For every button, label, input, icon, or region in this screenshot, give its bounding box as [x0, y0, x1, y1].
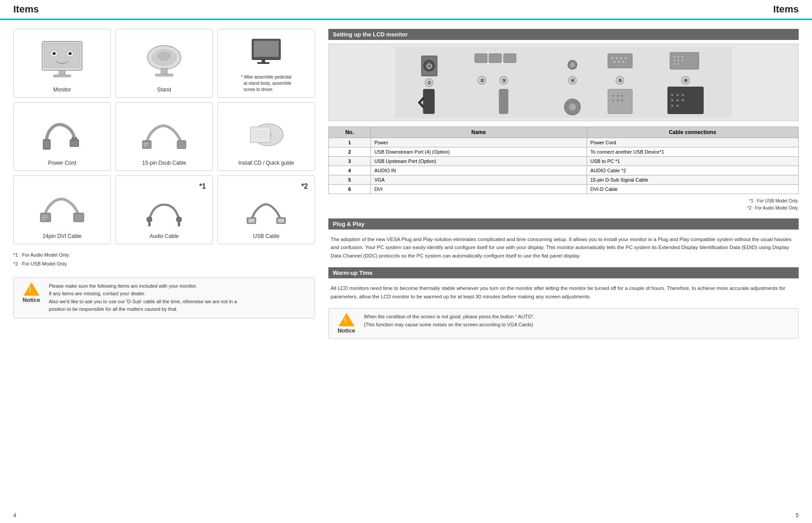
monitor-image	[18, 36, 106, 83]
svg-point-83	[682, 56, 683, 58]
svg-point-109	[671, 104, 674, 107]
items-grid: Monitor Stand	[13, 29, 315, 244]
table-header-cable: Cable connections	[587, 127, 799, 138]
item-driver-cd: * After assemble pedestal at stand body,…	[217, 29, 315, 98]
audio-cable-image	[120, 190, 208, 230]
table-cell-no: 2	[329, 147, 371, 157]
table-cell-name: AUDIO IN	[371, 166, 587, 175]
driver-cd-svg	[242, 37, 291, 73]
table-cell-name: USB Upstream Port (Option)	[371, 157, 587, 166]
table-cell-cable: 15-pin D-Sub Signal Cable	[587, 175, 799, 185]
table-cell-no: 3	[329, 157, 371, 166]
svg-rect-19	[71, 137, 74, 141]
svg-rect-52	[278, 218, 284, 222]
install-cd-svg	[242, 115, 291, 151]
svg-point-45	[147, 217, 152, 222]
svg-point-42	[46, 217, 47, 218]
dvi-svg	[38, 188, 87, 224]
warmup-body: All LCD monitors need time to become the…	[328, 282, 799, 303]
svg-rect-95	[608, 89, 632, 114]
svg-point-37	[42, 215, 43, 217]
svg-point-108	[682, 99, 684, 101]
page-header: Items Items	[0, 0, 812, 20]
item-dsub-cable: 15-pin Dsub Cable	[115, 102, 213, 171]
svg-rect-46	[148, 222, 150, 226]
audio-badge: *1	[120, 182, 208, 190]
page-number-right: 5	[796, 512, 799, 519]
connections-table: No. Name Cable connections 1PowerPower C…	[328, 127, 799, 194]
svg-text:③: ③	[502, 78, 506, 83]
dsub-cable-image	[120, 109, 208, 156]
table-row: 4AUDIO INAUDIO Cable *2	[329, 166, 799, 175]
svg-point-98	[621, 95, 623, 97]
monitor-svg	[38, 40, 87, 79]
item-power-cord: Power Cord	[13, 102, 111, 171]
footnotes: *1 : For Audio Model Only. *2 : For USB …	[13, 251, 315, 269]
svg-point-106	[671, 99, 674, 101]
svg-point-97	[617, 95, 619, 97]
driver-cd-note: * After assemble pedestal at stand body,…	[241, 74, 291, 93]
dsub-label: 15-pin Dsub Cable	[142, 160, 186, 166]
audio-svg	[140, 194, 189, 227]
left-notice-box: Notice Please make sure the following it…	[13, 277, 315, 318]
usb-svg	[242, 194, 291, 227]
right-panel: Setting up the LCD monitor ⏻ ① ②	[328, 29, 799, 501]
svg-rect-11	[161, 68, 167, 75]
table-cell-name: Power	[371, 138, 587, 147]
right-notice-triangle-icon	[339, 313, 355, 326]
svg-point-104	[677, 94, 679, 96]
svg-rect-12	[155, 74, 173, 76]
svg-point-23	[144, 143, 145, 145]
right-notice-text: When the condition of the screen is not …	[364, 313, 535, 329]
right-notice-label: Notice	[338, 327, 355, 334]
lcd-diagram-svg: ⏻ ① ② ③ ④	[333, 47, 794, 118]
svg-point-27	[146, 145, 147, 147]
svg-point-4	[52, 52, 55, 55]
table-cell-cable: To connect another USB Device*1	[587, 147, 799, 157]
setup-section-header: Setting up the LCD monitor	[328, 29, 799, 40]
svg-text:②: ②	[480, 78, 484, 83]
svg-rect-6	[59, 70, 65, 75]
item-dvi-cable: 24pin DVI Cable	[13, 175, 111, 244]
right-notice-box: Notice When the condition of the screen …	[328, 308, 799, 339]
svg-text:④: ④	[571, 78, 575, 83]
svg-point-76	[618, 61, 620, 63]
svg-rect-22	[177, 141, 186, 149]
svg-point-25	[147, 143, 148, 145]
svg-rect-59	[475, 54, 487, 63]
table-row: 6DVIDVI-D Cable	[329, 185, 799, 194]
table-header-name: Name	[371, 127, 587, 138]
left-panel: Monitor Stand	[13, 29, 315, 501]
svg-point-81	[674, 56, 675, 58]
monitor-label: Monitor	[53, 87, 71, 93]
svg-point-82	[678, 56, 679, 58]
item-stand: Stand	[115, 29, 213, 98]
svg-point-10	[158, 52, 171, 60]
svg-rect-7	[53, 75, 71, 77]
left-page-title: Items	[13, 4, 39, 15]
item-install-cd: Install CD / Quick guide	[217, 102, 315, 171]
svg-rect-31	[250, 127, 270, 143]
page-numbers: 4 5	[0, 510, 812, 523]
left-notice-label: Notice	[23, 297, 40, 303]
stand-svg	[140, 40, 189, 79]
table-cell-cable: DVI-D Cable	[587, 185, 799, 194]
table-cell-no: 1	[329, 138, 371, 147]
svg-point-101	[621, 99, 623, 101]
svg-point-47	[177, 217, 182, 222]
item-monitor: Monitor	[13, 29, 111, 98]
audio-label: Audio Cable	[150, 233, 178, 239]
svg-point-40	[42, 217, 43, 218]
svg-text:⏻: ⏻	[426, 62, 432, 69]
footnote-2: *2 : For USB Model Only.	[13, 260, 315, 269]
table-cell-cable: Power Cord	[587, 138, 799, 147]
table-footnotes: *1 : For USB Model Only. *2 : For Audio …	[328, 198, 799, 212]
svg-rect-18	[70, 139, 79, 147]
table-header-no: No.	[329, 127, 371, 138]
left-notice-icon-wrap: Notice	[19, 282, 43, 303]
plug-play-body: The adoption of the new VESA Plug and Pl…	[328, 233, 799, 262]
svg-point-43	[42, 219, 43, 221]
svg-text:⑤: ⑤	[618, 78, 622, 83]
svg-point-110	[677, 104, 679, 107]
svg-point-74	[625, 57, 627, 59]
